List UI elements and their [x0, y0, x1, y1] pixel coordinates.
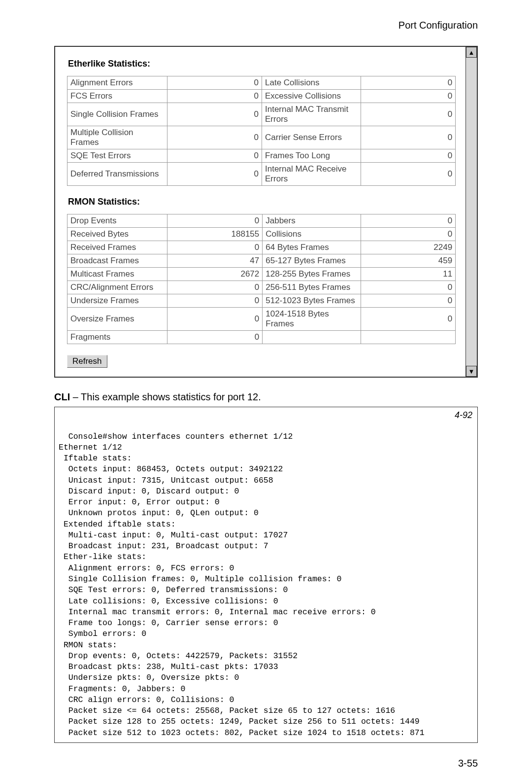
- stat-label: Undersize Frames: [67, 294, 167, 308]
- cli-caption: CLI – This example shows statistics for …: [54, 391, 478, 403]
- stat-label: Received Bytes: [67, 228, 167, 241]
- scrollbar[interactable]: ▲ ▼: [466, 47, 477, 377]
- stat-label: SQE Test Errors: [67, 149, 167, 163]
- rmon-table: Drop Events0Jabbers0Received Bytes188155…: [67, 214, 456, 344]
- stat-value: 2249: [361, 241, 455, 254]
- stat-value: 0: [361, 76, 455, 90]
- stat-value: 11: [361, 268, 455, 281]
- stat-value: 0: [361, 103, 455, 126]
- stat-value: 47: [167, 254, 263, 268]
- stat-label: Fragments: [67, 331, 167, 344]
- scroll-down-icon[interactable]: ▼: [466, 366, 477, 377]
- stat-value: 0: [167, 103, 262, 126]
- stat-label: 256-511 Bytes Frames: [263, 281, 361, 294]
- stat-label: Broadcast Frames: [67, 254, 167, 268]
- stat-value: 0: [167, 281, 263, 294]
- stat-label: Single Collision Frames: [67, 103, 167, 126]
- refresh-button[interactable]: Refresh: [67, 355, 107, 368]
- stat-value: [361, 331, 455, 344]
- stat-value: 0: [361, 163, 455, 186]
- stat-value: 0: [167, 149, 262, 163]
- stat-value: 188155: [167, 228, 263, 241]
- cli-caption-bold: CLI: [54, 391, 70, 402]
- stat-label: Collisions: [263, 228, 361, 241]
- stat-value: 0: [167, 294, 263, 308]
- cli-output: 4-92 Console#show interfaces counters et…: [54, 407, 478, 743]
- stat-label: FCS Errors: [67, 90, 167, 103]
- stat-label: 512-1023 Bytes Frames: [263, 294, 361, 308]
- stat-value: 0: [167, 90, 262, 103]
- stat-label: Oversize Frames: [67, 308, 167, 331]
- stat-label: Deferred Transmissions: [67, 163, 167, 186]
- stat-value: 0: [167, 214, 263, 228]
- stat-label: Internal MAC Transmit Errors: [262, 103, 361, 126]
- scroll-up-icon[interactable]: ▲: [466, 47, 477, 58]
- stat-value: 0: [361, 149, 455, 163]
- stat-label: 65-127 Bytes Frames: [263, 254, 361, 268]
- stat-label: Internal MAC Receive Errors: [262, 163, 361, 186]
- page-number: 3-55: [54, 758, 478, 769]
- stat-value: 2672: [167, 268, 263, 281]
- rmon-title: RMON Statistics:: [68, 197, 472, 207]
- stat-label: Jabbers: [263, 214, 361, 228]
- etherlike-table: Alignment Errors0Late Collisions0FCS Err…: [67, 76, 456, 186]
- cli-text: Console#show interfaces counters etherne…: [59, 432, 425, 738]
- stat-value: 0: [361, 281, 455, 294]
- cli-page-ref: 4-92: [455, 409, 472, 421]
- stat-label: Excessive Collisions: [262, 90, 361, 103]
- stat-value: 0: [361, 126, 455, 149]
- etherlike-title: Etherlike Statistics:: [68, 59, 472, 69]
- stat-label: Received Frames: [67, 241, 167, 254]
- stat-label: 128-255 Bytes Frames: [263, 268, 361, 281]
- stat-value: 0: [167, 308, 263, 331]
- statistics-panel: ▲ ▼ Etherlike Statistics: Alignment Erro…: [54, 46, 478, 378]
- stat-value: 0: [361, 90, 455, 103]
- stat-label: [263, 331, 361, 344]
- page-header: Port Configuration: [54, 20, 478, 31]
- stat-value: 0: [361, 308, 455, 331]
- stat-value: 0: [167, 331, 263, 344]
- stat-value: 0: [361, 214, 455, 228]
- stat-label: Drop Events: [67, 214, 167, 228]
- stat-label: CRC/Alignment Errors: [67, 281, 167, 294]
- stat-value: 0: [167, 241, 263, 254]
- stat-value: 0: [361, 228, 455, 241]
- stat-label: Late Collisions: [262, 76, 361, 90]
- stat-label: Alignment Errors: [67, 76, 167, 90]
- cli-caption-text: – This example shows statistics for port…: [70, 391, 261, 402]
- stat-label: Frames Too Long: [262, 149, 361, 163]
- stat-value: 0: [167, 76, 262, 90]
- stat-label: Carrier Sense Errors: [262, 126, 361, 149]
- stat-label: 1024-1518 Bytes Frames: [263, 308, 361, 331]
- stat-value: 459: [361, 254, 455, 268]
- stat-label: 64 Bytes Frames: [263, 241, 361, 254]
- stat-value: 0: [167, 126, 262, 149]
- stat-value: 0: [167, 163, 262, 186]
- stat-value: 0: [361, 294, 455, 308]
- stat-label: Multicast Frames: [67, 268, 167, 281]
- stat-label: Multiple Collision Frames: [67, 126, 167, 149]
